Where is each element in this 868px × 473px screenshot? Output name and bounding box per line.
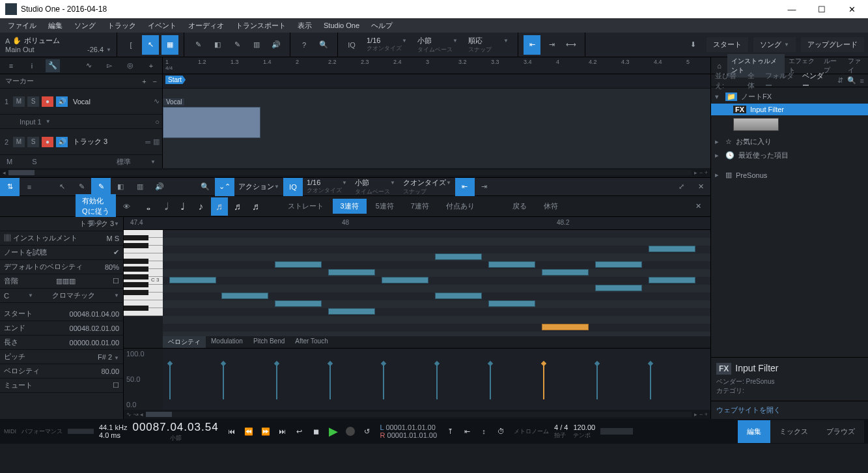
record-button[interactable]: ● (42, 137, 53, 147)
arrange-scrollbar[interactable]: ◂▸ − + (0, 168, 710, 177)
snap-tool3[interactable]: ↕ (476, 423, 492, 439)
minimize-button[interactable]: — (777, 0, 807, 18)
record-button2[interactable] (343, 423, 358, 439)
list-icon[interactable]: ≡ (4, 59, 18, 72)
tree-favorites[interactable]: ☆お気に入り (711, 135, 868, 149)
thirtysecond-note[interactable]: ♬ (229, 197, 246, 216)
add-icon[interactable]: + (144, 59, 158, 72)
scale-select[interactable]: クロマチック (52, 291, 95, 300)
preview-check[interactable]: ✔ (113, 248, 119, 257)
snap-start-icon[interactable]: ⇤ (524, 35, 540, 55)
menu-event[interactable]: イベント (143, 19, 182, 33)
pr-quantize[interactable]: 1/16▼クオンタイズ (303, 178, 351, 195)
quarter-note[interactable]: ♩ (175, 197, 191, 216)
tree-presonus[interactable]: ▥PreSonus (711, 169, 868, 181)
pencil-tool[interactable]: ✎ (189, 35, 206, 55)
position-display[interactable]: 00087.04.03.54 (132, 421, 218, 434)
note[interactable] (649, 246, 695, 252)
marker-add-icon[interactable]: + (142, 78, 146, 85)
note[interactable] (542, 269, 589, 276)
close-button[interactable]: ✕ (837, 0, 867, 18)
open-bracket-icon[interactable]: [ (122, 35, 139, 55)
root-select[interactable]: C (4, 292, 9, 300)
mute-button[interactable]: M (13, 96, 25, 107)
song-button[interactable]: ソング▼ (753, 37, 796, 52)
loop-r[interactable]: 00001.01.01.00 (387, 431, 437, 439)
velocity-lane[interactable] (163, 349, 710, 410)
hand-icon[interactable]: A (5, 37, 10, 45)
snap-r-icon[interactable]: ⇥ (475, 178, 494, 196)
upgrade-button[interactable]: アップグレード (801, 37, 864, 52)
target-icon[interactable]: ◎ (123, 59, 137, 72)
sort-list-icon[interactable]: ≡ (860, 77, 864, 85)
back-button[interactable]: 戻る (505, 199, 535, 214)
eraser-tool2[interactable]: ◧ (111, 178, 130, 196)
record-button[interactable]: ● (42, 96, 53, 107)
quantize-select[interactable]: 1/16▼ クオンタイズ (363, 36, 411, 53)
maximize-button[interactable]: ☐ (807, 0, 837, 18)
start-value[interactable]: 00048.01.04.00 (70, 310, 119, 318)
note[interactable] (488, 300, 535, 307)
arrow-tool[interactable]: ↖ (142, 35, 159, 55)
iq-button[interactable]: IQ (343, 35, 360, 55)
tab-browse[interactable]: ブラウズ (817, 420, 864, 443)
note[interactable] (275, 261, 322, 268)
note[interactable] (328, 308, 375, 315)
grid-tool2[interactable]: ▥ (130, 178, 150, 196)
straight-button[interactable]: ストレート (280, 199, 331, 214)
iq2-button[interactable]: IQ (283, 178, 303, 196)
dotted-button[interactable]: 付点あり (438, 199, 483, 214)
return-button[interactable]: ↩ (292, 423, 307, 439)
vel-tab[interactable]: ベロシティ (163, 336, 206, 348)
zoom-preset[interactable]: 標準 (117, 157, 131, 167)
piano-keys[interactable]: C 3 (124, 230, 163, 336)
snap-end-icon[interactable]: ⇥ (543, 35, 560, 55)
eraser-tool[interactable]: ◧ (209, 35, 226, 55)
scale-keys[interactable]: ▥▥▥ (56, 277, 76, 285)
note[interactable] (382, 277, 428, 283)
snap-select[interactable]: 順応▼ スナップ (464, 35, 512, 55)
time-sig[interactable]: 4 / 4 (554, 423, 568, 431)
tab-mix[interactable]: ミックス (770, 420, 817, 443)
metronome-button[interactable]: ⏱ (493, 423, 509, 439)
menu-transport[interactable]: トランスポート (231, 19, 291, 33)
mute-button[interactable]: M (13, 137, 25, 147)
tree-recent[interactable]: 🕓最近使った項目 (711, 149, 868, 162)
note[interactable] (435, 253, 482, 260)
sort-icon[interactable]: ⇅ (0, 178, 20, 196)
aftertouch-tab[interactable]: After Touch (290, 336, 333, 348)
pan-icon[interactable]: ✋ (12, 36, 21, 45)
wrench-icon[interactable]: 🔧 (46, 59, 60, 72)
audio-clip[interactable]: Vocal (163, 107, 260, 138)
sort-rev-icon[interactable]: ⇵ (837, 76, 843, 85)
tab-edit[interactable]: 編集 (738, 420, 770, 443)
sixtyfourth-note[interactable]: ♬ (247, 197, 264, 216)
menu-help[interactable]: ヘルプ (366, 19, 398, 33)
sort-search-icon[interactable]: 🔍 (847, 76, 856, 85)
snap-tool1[interactable]: ⤒ (442, 423, 458, 439)
eye-icon[interactable]: 👁 (117, 197, 137, 216)
expand-icon[interactable]: ⤢ (671, 178, 691, 196)
note[interactable] (488, 261, 535, 268)
defvel-value[interactable]: 80% (105, 263, 119, 271)
marquee-tool[interactable]: ▦ (161, 35, 178, 55)
menu-track[interactable]: トラック (102, 19, 141, 33)
range-icon[interactable]: ⌄⌃ (215, 178, 234, 196)
end-value[interactable]: 00048.02.01.00 (70, 324, 119, 332)
marker-remove-icon[interactable]: − (153, 78, 157, 85)
search-icon[interactable]: 🔍 (315, 35, 332, 55)
snap-tool2[interactable]: ⇤ (459, 423, 475, 439)
sixteenth-note[interactable]: ♬ (211, 197, 228, 216)
input-select[interactable]: Input 1 (20, 118, 42, 126)
loop-button[interactable]: ↺ (359, 423, 375, 439)
start-button[interactable]: スタート (707, 37, 748, 52)
website-link[interactable]: ウェブサイトを開く (711, 401, 868, 419)
solo-button[interactable]: S (27, 137, 39, 147)
triplet5-button[interactable]: 5連符 (368, 199, 402, 214)
solo-button[interactable]: S (27, 96, 39, 107)
tree-input-filter[interactable]: FXInput Filter (711, 104, 868, 115)
snap-grid-icon[interactable]: ⟷ (563, 35, 580, 55)
tempo-value[interactable]: 120.00 (573, 423, 595, 431)
note[interactable] (595, 285, 642, 291)
play-button[interactable]: ▶ (326, 423, 341, 439)
